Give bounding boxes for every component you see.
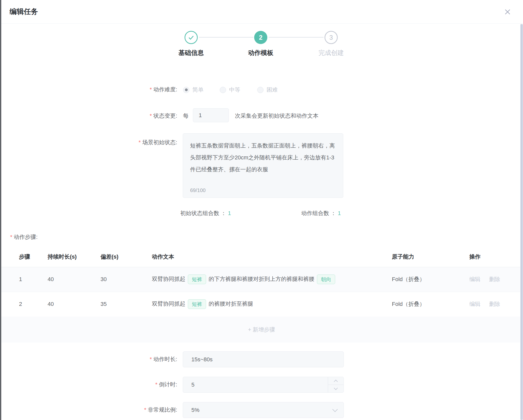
step-2-circle: 2 <box>254 31 267 44</box>
col-header-duration: 持续时长(s) <box>48 247 100 267</box>
cell-ability: Fold（折叠） <box>392 267 469 292</box>
table-row-1: 1 40 30 双臂协同抓起短裤的下方裤腿和裤腰对折到上方的裤腿和裤腰朝向 Fo… <box>0 267 523 292</box>
action-duration-label: *动作时长: <box>66 355 177 363</box>
initial-combo-count: 初始状态组合数 ：1 <box>180 209 231 217</box>
action-steps-table: 步骤 持续时长(s) 偏差(s) 动作文本 原子能力 操作 1 40 30 双臂… <box>0 247 523 317</box>
radio-label-hard: 困难 <box>267 86 278 94</box>
radio-label-medium: 中等 <box>229 86 240 94</box>
delete-link[interactable]: 删除 <box>489 301 500 307</box>
unusual-ratio-label: *非常规比例: <box>66 406 177 414</box>
action-combo-value: 1 <box>338 210 341 216</box>
action-duration-input[interactable]: 15s~80s <box>183 351 344 367</box>
step-1-circle <box>185 31 198 44</box>
cell-action-text: 双臂协同抓起短裤的裤腰对折至裤腿 <box>152 292 392 317</box>
step-1-label: 基础信息 <box>161 49 222 57</box>
spinner-increase-button[interactable] <box>328 377 344 385</box>
state-change-suffix: 次采集会更新初始状态和动作文本 <box>235 112 318 120</box>
unusual-ratio-select[interactable]: 5% <box>183 402 344 418</box>
cell-deviation: 35 <box>100 292 152 317</box>
dialog-title: 编辑任务 <box>10 7 38 16</box>
step-3-circle: 3 <box>325 31 338 44</box>
countdown-input[interactable]: 5 <box>183 377 344 393</box>
difficulty-label: *动作难度: <box>66 86 177 93</box>
object-tag: 短裤 <box>188 275 206 284</box>
state-change-prefix: 每 <box>183 112 189 120</box>
cell-duration: 40 <box>48 292 100 317</box>
scene-initial-label: *场景初始状态: <box>66 139 177 146</box>
background-page-edge <box>0 0 1 420</box>
action-steps-label: *动作步骤: <box>10 233 38 241</box>
radio-unchecked-icon[interactable] <box>257 87 264 93</box>
close-button[interactable] <box>503 7 512 17</box>
col-header-ops: 操作 <box>469 247 523 267</box>
cell-step: 2 <box>0 292 48 317</box>
number-spinner <box>328 377 344 392</box>
state-change-label: *状态变更: <box>66 112 177 120</box>
edit-task-dialog: 编辑任务 2 3 基础信息 动作模板 完成创建 *动作难度: 简单 中等 困难 <box>0 0 523 420</box>
object-tag: 短裤 <box>188 299 206 309</box>
radio-option-hard[interactable]: 困难 <box>257 86 278 94</box>
cell-action-text: 双臂协同抓起短裤的下方裤腿和裤腰对折到上方的裤腿和裤腰朝向 <box>152 267 392 292</box>
stepper-connector-1 <box>199 37 253 38</box>
required-marker: * <box>150 86 152 93</box>
initial-combo-value: 1 <box>228 210 231 216</box>
chevron-down-icon <box>332 407 338 412</box>
edit-link[interactable]: 编辑 <box>469 276 480 282</box>
step-3-label: 完成创建 <box>301 49 361 57</box>
orientation-tag: 朝向 <box>317 275 335 284</box>
col-header-ability: 原子能力 <box>392 247 469 267</box>
textarea-counter: 69/100 <box>190 187 206 193</box>
table-row-2: 2 40 35 双臂协同抓起短裤的裤腰对折至裤腿 Fold（折叠） 编辑删除 <box>0 292 523 317</box>
countdown-label: *倒计时: <box>66 381 177 388</box>
chevron-down-icon <box>334 386 338 390</box>
radio-label-easy: 简单 <box>192 86 204 94</box>
step-3-number: 3 <box>329 34 333 41</box>
scrollbar-thumb[interactable] <box>520 24 523 420</box>
cell-ability: Fold（折叠） <box>392 292 469 317</box>
action-combo-count: 动作组合数 ：1 <box>301 209 341 217</box>
radio-option-easy[interactable]: 简单 <box>183 86 204 94</box>
col-header-deviation: 偏差(s) <box>100 247 152 267</box>
delete-link[interactable]: 删除 <box>489 276 500 282</box>
scene-initial-textarea[interactable]: 短裤五条数据背面朝上，五条数据正面朝上，裤腰朝右，离头部视野下方至少20cm之外… <box>183 133 343 198</box>
add-step-button[interactable]: + 新增步骤 <box>0 317 523 343</box>
dialog-header: 编辑任务 <box>0 0 523 24</box>
scene-initial-textarea-wrap: 短裤五条数据背面朝上，五条数据正面朝上，裤腰朝右，离头部视野下方至少20cm之外… <box>183 133 343 198</box>
scrollbar[interactable] <box>520 24 523 420</box>
stepper-connector-2 <box>269 37 324 38</box>
radio-checked-icon[interactable] <box>183 87 189 93</box>
cell-ops: 编辑删除 <box>469 292 523 317</box>
spinner-decrease-button[interactable] <box>328 385 344 392</box>
close-icon <box>503 8 512 16</box>
edit-link[interactable]: 编辑 <box>469 301 480 307</box>
state-change-input[interactable]: 1 <box>193 108 229 122</box>
cell-ops: 编辑删除 <box>469 267 523 292</box>
chevron-up-icon <box>334 380 338 384</box>
step-2-label: 动作模板 <box>230 49 291 57</box>
col-header-text: 动作文本 <box>152 247 392 267</box>
check-icon <box>187 34 195 41</box>
radio-option-medium[interactable]: 中等 <box>220 86 240 94</box>
table-header-row: 步骤 持续时长(s) 偏差(s) 动作文本 原子能力 操作 <box>0 247 523 267</box>
radio-unchecked-icon[interactable] <box>220 87 226 93</box>
cell-duration: 40 <box>48 267 100 292</box>
cell-deviation: 30 <box>100 267 152 292</box>
step-2-number: 2 <box>259 34 263 41</box>
cell-step: 1 <box>0 267 48 292</box>
col-header-step: 步骤 <box>0 247 48 267</box>
